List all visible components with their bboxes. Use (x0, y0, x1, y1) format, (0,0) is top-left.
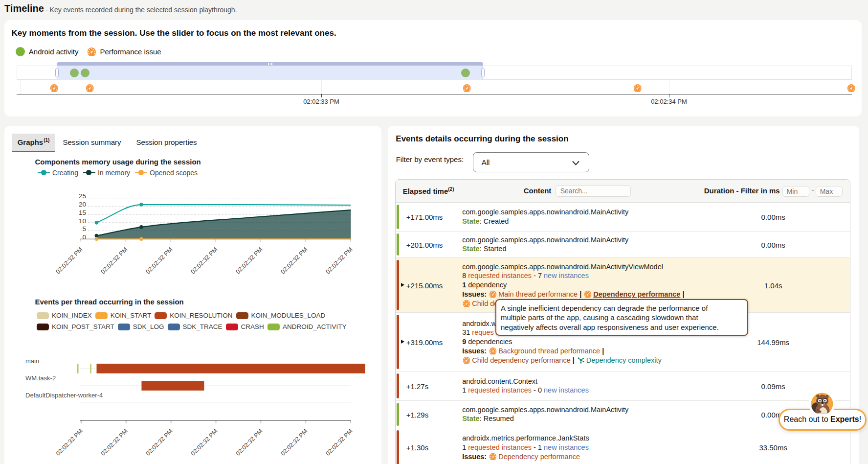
gauge-icon (50, 84, 59, 93)
y-axis-label: 20 (79, 201, 86, 208)
memory-legend-item[interactable]: In memory (83, 169, 130, 177)
tab-graphs[interactable]: Graphs(1) (12, 134, 55, 151)
android-activity-marker[interactable] (70, 69, 79, 77)
table-row[interactable]: +201.00mscom.google.samples.apps.nowinan… (396, 231, 850, 257)
content-cell: com.google.samples.apps.nowinandroid.Mai… (462, 405, 741, 424)
timeline-axis-label: 02:02:33 PM (303, 98, 339, 105)
content-text: 1 (462, 281, 466, 289)
row-status-bar (397, 430, 399, 464)
experts-label-suffix: ! (859, 415, 861, 423)
content-cell: com.google.samples.apps.nowinandroid.Mai… (462, 235, 741, 254)
thread-legend-item[interactable]: KOIN_INDEX (37, 312, 92, 319)
memory-usage-chart: 051015202502:02:32 PM02:02:32 PM02:02:32… (4, 180, 381, 295)
event-type-select[interactable]: All (473, 152, 589, 172)
x-axis-label: 02:02:32 PM (280, 246, 309, 276)
graphs-card: Graphs(1)Session summarySession properti… (4, 126, 381, 464)
content-search-input[interactable] (556, 186, 631, 197)
duration-min-input[interactable] (782, 186, 809, 197)
duration-cell: 144.99ms (744, 338, 803, 346)
legend-label: Creating (52, 169, 78, 177)
beaver-mascot-icon[interactable] (808, 390, 836, 418)
content-link[interactable]: new instances (544, 387, 589, 394)
legend-label: SDK_LOG (133, 323, 164, 330)
slider-handle-right[interactable] (481, 68, 485, 78)
filter-label: Filter by event types: (396, 155, 464, 163)
performance-issue-marker[interactable] (463, 84, 471, 94)
performance-issue-marker[interactable] (633, 84, 642, 94)
expand-arrow-icon[interactable] (401, 340, 404, 344)
content-line: State: Resumed (462, 415, 741, 424)
dependency-complexity-icon (577, 356, 585, 364)
dependency-performance-tooltip: A single inefficient dependency can degr… (495, 299, 748, 336)
content-link[interactable]: Child dependency performance (472, 356, 571, 364)
memory-legend-item[interactable]: Opened scopes (135, 169, 198, 177)
duration-max-input[interactable] (816, 186, 843, 197)
tab-label: Session summary (63, 138, 121, 146)
thread-legend-item[interactable]: KOIN_POST_START (37, 323, 114, 330)
tab-session-properties[interactable]: Session properties (134, 134, 199, 151)
duration-cell: 0.00ms (744, 213, 803, 221)
thread-legend-item[interactable]: CRASH (226, 323, 264, 330)
thread-legend-item[interactable]: SDK_LOG (118, 323, 164, 330)
tab-session-summary[interactable]: Session summary (61, 134, 123, 151)
android-activity-marker[interactable] (81, 69, 89, 77)
content-link[interactable]: reques (472, 328, 493, 336)
thread-chart-legend-row2: KOIN_POST_STARTSDK_LOGSDK_TRACECRASHANDR… (37, 323, 346, 330)
performance-issue-marker[interactable] (86, 84, 94, 94)
slider-grip-icon[interactable] (268, 63, 272, 66)
x-axis-label: 02:02:32 PM (190, 428, 219, 457)
table-row[interactable]: +1.30sandroidx.metrics.performance.JankS… (396, 428, 850, 464)
thread-legend-item[interactable]: SDK_TRACE (168, 323, 223, 330)
content-link[interactable]: Dependency performance (498, 452, 580, 460)
gauge-icon (86, 84, 94, 93)
elapsed-time-cell: +1.27s (406, 382, 428, 390)
x-axis-label: 02:02:32 PM (325, 428, 354, 457)
table-row[interactable]: +171.00mscom.google.samples.apps.nowinan… (396, 203, 850, 231)
legend-swatch-icon (37, 312, 49, 319)
content-link[interactable]: Background thread performance (498, 347, 600, 355)
beaver-icon (808, 390, 836, 416)
performance-issue-marker[interactable] (847, 84, 856, 94)
memory-legend-item[interactable]: Creating (38, 169, 78, 177)
event-type-select-value: All (482, 158, 490, 166)
content-link[interactable]: Dependency complexity (586, 356, 662, 364)
row-status-bar (397, 373, 399, 398)
expand-arrow-icon[interactable] (401, 283, 404, 287)
timeline-slider: 02:02:33 PM02:02:34 PM (4, 20, 862, 116)
x-axis-label: 02:02:32 PM (235, 246, 264, 276)
row-status-bar (397, 205, 399, 229)
thread-legend-item[interactable]: KOIN_START (95, 312, 152, 319)
content-text: | (578, 290, 583, 298)
content-line: 8 requested instances - 7 new instances (462, 271, 741, 280)
content-link[interactable]: Main thread performance (498, 290, 578, 298)
thread-legend-item[interactable]: KOIN_MODULES_LOAD (236, 312, 326, 319)
content-line: com.google.samples.apps.nowinandroid.Mai… (462, 208, 741, 217)
x-axis-label: 02:02:32 PM (145, 428, 174, 457)
slider-handle-left[interactable] (55, 68, 59, 78)
content-text: 9 (462, 338, 466, 346)
content-link[interactable]: new instances (544, 443, 589, 451)
thread-legend-item[interactable]: KOIN_RESOLUTION (155, 312, 232, 319)
content-link[interactable]: Dependency performance (593, 290, 680, 298)
column-duration: Duration - Filter in ms (704, 186, 780, 195)
thread-legend-item[interactable]: ANDROID_ACTIVITY (267, 323, 347, 330)
android-activity-marker[interactable] (461, 69, 470, 77)
content-line: 1 requested instances - 1 new instances (462, 443, 741, 452)
content-link[interactable]: requested instances (468, 272, 532, 279)
performance-issue-marker[interactable] (50, 84, 59, 94)
table-row[interactable]: +1.27sandroid.content.Context1 requested… (396, 371, 850, 400)
content-link[interactable]: new instances (544, 272, 589, 279)
tab-baseline (12, 152, 373, 152)
content-text: Issues: (462, 347, 489, 355)
content-line: com.google.samples.apps.nowinandroid.Mai… (462, 235, 741, 245)
content-text: 1 (462, 443, 468, 451)
content-link[interactable]: requested instances (468, 387, 532, 394)
thread-row-label: DefaultDispatcher-worker-4 (25, 392, 103, 399)
content-line: State: Started (462, 245, 741, 254)
duration-range-dash: - (812, 186, 814, 194)
content-text: Issues: (462, 452, 489, 460)
content-link[interactable]: requested instances (468, 443, 532, 451)
content-text: State (462, 217, 479, 225)
timeline-axis-tick (669, 94, 669, 97)
slider-selected-range[interactable] (57, 66, 483, 80)
